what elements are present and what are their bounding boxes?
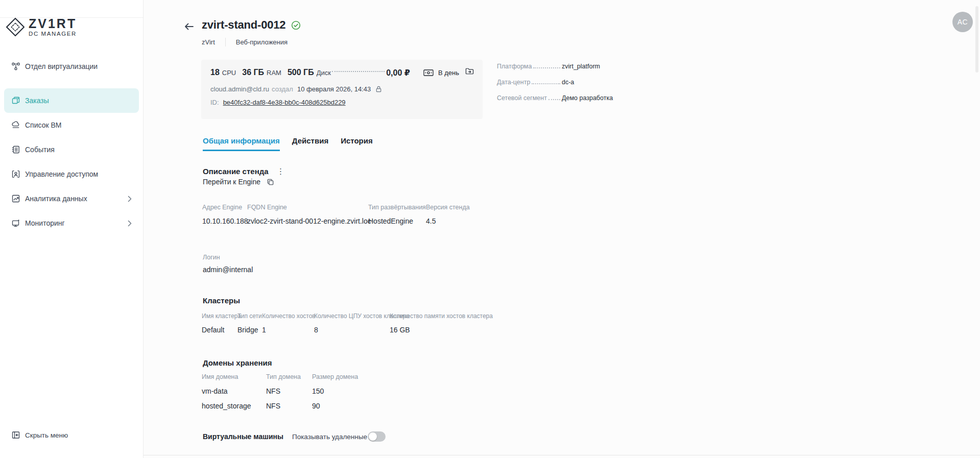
table-cell: Bridge xyxy=(237,326,262,334)
banknote-icon xyxy=(423,69,434,77)
copy-icon[interactable] xyxy=(267,178,274,186)
meta-label: Платформа xyxy=(497,63,532,70)
storage-table: Имя домена Тип домена Размер домена vm-d… xyxy=(202,373,358,410)
field-value: zvloc2-zvirt-stand-0012-engine.zvirt.loc xyxy=(247,217,368,225)
show-deleted-toggle[interactable] xyxy=(368,431,386,442)
section-title-clusters: Кластеры xyxy=(203,296,240,305)
price-value: 0,00 ₽ xyxy=(386,68,410,78)
meta-row: Платформа zvirt_platform xyxy=(497,61,618,70)
cpu-unit: CPU xyxy=(222,69,236,77)
folder-icon[interactable] xyxy=(465,67,474,75)
sidebar-item-monitoring[interactable]: Мониторинг xyxy=(4,211,139,235)
field-label: Версия стенда xyxy=(426,204,470,211)
breadcrumb-item[interactable]: Веб-приложения xyxy=(236,38,288,46)
field-value: admin@internal xyxy=(203,266,253,274)
cpu-value: 18 xyxy=(210,68,220,77)
field-value: 4.5 xyxy=(426,217,470,225)
sidebar-item-orders[interactable]: Заказы xyxy=(4,88,139,113)
dotted-leader xyxy=(548,99,560,100)
id-link[interactable]: be40fc32-daf8-4e38-bb0c-408d625bd229 xyxy=(223,99,346,106)
sidebar-item-org-unit[interactable]: Отдел виртуализации xyxy=(0,57,143,76)
vms-section-header: Виртуальные машины Показывать удаленные xyxy=(203,431,386,442)
sidebar-item-access[interactable]: Управление доступом xyxy=(4,162,139,186)
org-structure-icon xyxy=(11,62,20,71)
chevron-right-icon xyxy=(128,220,132,227)
lock-icon xyxy=(375,85,382,93)
meta-label: Дата-центр xyxy=(497,79,530,86)
column-header: Имя кластера xyxy=(202,312,237,320)
tab-actions[interactable]: Действия xyxy=(292,136,328,151)
table-cell: 90 xyxy=(312,402,358,410)
meta-label: Сетевой сегмент xyxy=(497,94,547,102)
logo-title: ZV1RT xyxy=(29,17,77,30)
vm-list-icon xyxy=(11,120,20,130)
breadcrumb-divider xyxy=(225,38,226,46)
owner-email: cloud.admin@cld.ru xyxy=(210,85,269,93)
sidebar-item-events[interactable]: События xyxy=(4,137,139,162)
dotted-leader xyxy=(533,67,560,68)
section-divider xyxy=(144,455,980,455)
scrollbar-thumb[interactable] xyxy=(975,6,978,73)
id-label: ID: xyxy=(210,99,219,106)
sidebar-item-label: Отдел виртуализации xyxy=(25,62,98,70)
tab-bar: Общая информация Действия История xyxy=(203,136,373,151)
breadcrumb-item[interactable]: zVirt xyxy=(202,38,215,46)
monitoring-icon xyxy=(11,219,20,228)
meta-value: zvirt_platform xyxy=(562,63,618,70)
sidebar-item-label: Управление доступом xyxy=(25,170,98,178)
app-logo: ZV1RT DC MANAGER xyxy=(5,17,77,37)
meta-row: Сетевой сегмент Демо разработка xyxy=(497,92,618,102)
back-button[interactable] xyxy=(183,21,196,32)
tab-history[interactable]: История xyxy=(341,136,373,151)
column-header: Количество хостов xyxy=(262,312,314,320)
engine-fields: Адрес Engine FQDN Engine Тип развёртыван… xyxy=(202,204,470,225)
login-field: Логин admin@internal xyxy=(203,254,253,274)
collapse-menu-button[interactable]: Скрыть меню xyxy=(11,430,68,440)
toggle-knob xyxy=(369,432,377,441)
collapse-menu-label: Скрыть меню xyxy=(25,431,68,439)
check-circle-icon xyxy=(291,20,301,30)
kebab-menu-icon[interactable]: ⋮ xyxy=(277,168,285,175)
billing-period: В день xyxy=(438,69,459,77)
disk-value: 500 ГБ xyxy=(288,68,314,77)
main-content: zvirt-stand-0012 zVirt Веб-приложения AC… xyxy=(144,0,980,458)
sidebar-item-analytics[interactable]: Аналитика данных xyxy=(4,186,139,211)
created-label: создал xyxy=(272,85,293,93)
events-icon xyxy=(11,145,20,154)
dotted-leader xyxy=(532,83,560,84)
created-date: 10 февраля 2026, 14:43 xyxy=(297,85,371,93)
field-label: Адрес Engine xyxy=(202,204,247,211)
table-cell: 1 xyxy=(262,326,314,334)
meta-row: Дата-центр dc-a xyxy=(497,77,618,86)
avatar[interactable]: AC xyxy=(952,12,973,32)
tab-general-info[interactable]: Общая информация xyxy=(203,136,280,151)
table-cell: vm-data xyxy=(202,387,266,395)
column-header: Количество памяти хостов кластера xyxy=(390,312,498,320)
table-cell: NFS xyxy=(266,387,312,395)
page-title: zvirt-stand-0012 xyxy=(202,18,285,32)
go-to-engine-link[interactable]: Перейти к Engine xyxy=(203,178,260,186)
column-header: Количество ЦПУ хостов кластера xyxy=(314,312,390,320)
analytics-icon xyxy=(11,194,20,203)
sidebar-item-vm-list[interactable]: Список ВМ xyxy=(4,113,139,137)
show-deleted-label: Показывать удаленные xyxy=(292,433,367,441)
disk-unit: Диск xyxy=(317,69,331,77)
sidebar-item-label: Список ВМ xyxy=(25,121,61,129)
table-cell: NFS xyxy=(266,402,312,410)
field-label: Логин xyxy=(203,254,253,261)
section-title-storage: Домены хранения xyxy=(203,358,272,367)
sidebar-item-label: Мониторинг xyxy=(25,219,65,227)
field-value: HostedEngine xyxy=(368,217,426,225)
chevron-right-icon xyxy=(128,196,132,202)
clusters-table: Имя кластера Тип сети Количество хостов … xyxy=(202,312,498,334)
collapse-menu-icon xyxy=(11,430,20,440)
sidebar-nav: Заказы Список ВМ События xyxy=(0,88,143,235)
logo-subtitle: DC MANAGER xyxy=(29,31,77,37)
dotted-leader xyxy=(332,71,385,72)
orders-icon xyxy=(11,96,20,105)
sidebar-item-label: События xyxy=(25,146,55,154)
table-cell: Default xyxy=(202,326,237,334)
column-header: Размер домена xyxy=(312,373,358,380)
column-header: Имя домена xyxy=(202,373,266,380)
table-cell: hosted_storage xyxy=(202,402,266,410)
